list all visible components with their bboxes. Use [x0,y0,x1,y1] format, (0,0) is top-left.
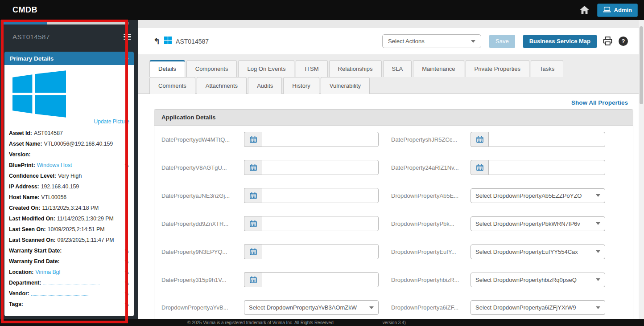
date-input[interactable] [262,216,379,231]
date-input[interactable] [488,160,605,175]
form-cell: DatePropertydd9ZnXTR... [161,216,384,231]
detail-field: Vendor:✎ [9,290,129,297]
calendar-icon[interactable] [244,272,262,287]
save-button[interactable]: Save [489,35,515,48]
asset-picture: Update Picture [9,69,129,126]
edit-pencil-icon[interactable]: ✎ [124,269,129,275]
edit-pencil-icon[interactable]: ✎ [124,248,129,254]
date-input[interactable] [262,160,379,175]
calendar-icon[interactable] [244,244,262,259]
field-value-link[interactable]: Windows Host [37,162,72,168]
calendar-icon[interactable] [471,132,488,147]
dropdown-select[interactable]: Select DropdownPropertyAb5EZZPoYZO [471,188,605,203]
field-value-link[interactable]: Virima Bgl [35,269,60,275]
form-row: DatePropertydd9ZnXTR...DropdownPropertyP… [161,216,626,231]
detail-field: Last Seen On:10/09/2025,2:14:51 PM [9,226,129,232]
dropdown-select[interactable]: Select DropdownPropertyaYvB3AOmZkW [244,300,379,315]
admin-button[interactable]: Admin [597,4,638,17]
application-details-section: Application Details DatePropertyydW4MTtQ… [154,109,633,326]
page-footer: © 2025 Virima is a registered trademark … [0,319,644,326]
date-input[interactable] [488,132,605,147]
calendar-icon[interactable] [244,132,262,147]
main-content: ↰ AST014587 Select Actions Save Business… [138,20,639,319]
tab-components[interactable]: Components [186,60,237,77]
back-arrow-icon[interactable]: ↰ [153,37,160,45]
form-cell: DropdownPropertyPbk...Select DropdownPro… [391,216,613,231]
field-label: Last Seen On: [9,226,46,232]
tab-log-on-events[interactable]: Log On Events [238,60,294,77]
dropdown-select[interactable]: Select DropdownPropertyPbkWRN7IP6v [471,216,605,231]
tab-comments[interactable]: Comments [149,77,195,94]
date-field-group [244,272,379,287]
field-label: Version: [9,151,31,158]
dotted-placeholder[interactable] [43,281,100,285]
select-actions-value: Select Actions [388,38,425,45]
edit-pencil-icon[interactable]: ✎ [124,163,129,168]
field-value: VTL00056 [41,194,66,200]
collapse-icon[interactable]: − [125,55,128,62]
edit-pencil-icon[interactable]: ✎ [124,291,129,297]
detail-field: Last Scanned On:09/23/2025,1:11:47 PM [9,237,129,243]
calendar-icon[interactable] [471,160,488,175]
vertical-scrollbar[interactable] [639,20,644,326]
tab-maintenance[interactable]: Maintenance [413,60,464,77]
edit-pencil-icon[interactable]: ✎ [124,259,129,265]
calendar-icon[interactable] [244,188,262,203]
home-icon[interactable] [580,6,589,14]
property-label: DropdownPropertya6iZF... [391,304,471,311]
progress-fill [1,22,47,24]
windows-small-icon [164,37,172,46]
edit-pencil-icon[interactable]: ✎ [124,280,129,286]
primary-details-panel: Primary Details − Update Picture Asset I… [4,52,134,316]
calendar-icon[interactable] [244,216,262,231]
date-input[interactable] [262,132,379,147]
dropdown-select[interactable]: Select DropdownPropertyEufYY554Cax [471,244,605,259]
tab-sla[interactable]: SLA [383,60,412,77]
dropdown-select[interactable]: Select DropdownPropertya6iZFjYXrW9 [471,300,605,315]
form-row: DateProperty9N3EPYQ...DropdownPropertyEu… [161,244,626,259]
dotted-placeholder[interactable] [31,292,88,296]
field-label: Tags: [9,301,23,307]
date-field-group [244,132,379,147]
form-row: DropdownPropertyaYvB...Select DropdownPr… [161,300,626,315]
form-cell: DatePropertyaJNE3nzGj... [161,188,384,203]
form-row: DatePropertyydW4MTtQ...DatePropertyshJR5… [161,132,626,147]
detail-field: Location:Virima Bgl✎ [9,269,129,275]
help-icon[interactable]: ? [619,37,628,46]
detail-field: Department:✎ [9,280,129,286]
field-label: Host Name: [9,194,39,200]
date-input[interactable] [262,188,379,203]
field-label: Confidence Level: [9,173,56,179]
tab-details[interactable]: Details [149,60,185,77]
scrollbar-thumb[interactable] [640,26,643,104]
date-input[interactable] [262,244,379,259]
menu-icon[interactable] [123,32,132,42]
date-input[interactable] [262,272,379,287]
dropdown-select[interactable]: Select DropdownPropertyhbizRq0pseQ [471,273,605,287]
field-value: 10/09/2025,2:14:51 PM [48,226,105,232]
tab-relationships[interactable]: Relationships [329,60,382,77]
field-label: Department: [9,280,41,286]
update-picture-link[interactable]: Update Picture [94,118,129,125]
show-all-properties-link[interactable]: Show All Properties [571,99,628,106]
tab-audits[interactable]: Audits [248,77,282,94]
field-label: Location: [9,269,33,275]
edit-pencil-icon[interactable]: ✎ [124,302,129,307]
detail-field: Warranty End Date:✎ [9,258,129,265]
tab-vulnerability[interactable]: Vulnerability [321,77,370,94]
calendar-icon[interactable] [244,160,262,175]
property-label: DateProperty315p9h1V... [161,277,244,283]
business-service-map-button[interactable]: Business Service Map [523,35,597,48]
tab-attachments[interactable]: Attachments [197,77,247,94]
detail-field: Last Modified On:11/14/2025,1:30:29 PM [9,216,129,222]
content-top-strip [138,20,639,28]
tab-itsm[interactable]: ITSM [296,60,327,77]
select-actions-dropdown[interactable]: Select Actions [382,34,481,48]
detail-field: Confidence Level:Very High [9,173,129,179]
asset-sidebar: AST014587 Primary Details − Update Pictu… [0,20,138,326]
tab-tasks[interactable]: Tasks [531,60,563,77]
print-icon[interactable] [603,37,612,46]
tab-history[interactable]: History [283,77,319,94]
date-field-group [244,244,379,259]
tab-private-properties[interactable]: Private Properties [466,60,529,77]
